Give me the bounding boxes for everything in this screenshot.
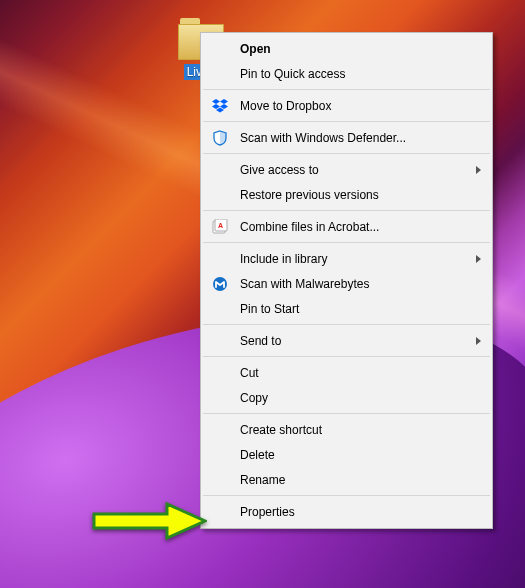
menu-include-in-library[interactable]: Include in library	[202, 246, 491, 271]
menu-cut[interactable]: Cut	[202, 360, 491, 385]
menu-copy[interactable]: Copy	[202, 385, 491, 410]
chevron-right-icon	[476, 337, 481, 345]
menu-pin-quick-access[interactable]: Pin to Quick access	[202, 61, 491, 86]
malwarebytes-icon	[212, 276, 228, 292]
menu-item-label: Open	[240, 42, 271, 56]
menu-scan-defender[interactable]: Scan with Windows Defender...	[202, 125, 491, 150]
menu-properties[interactable]: Properties	[202, 499, 491, 525]
svg-marker-0	[212, 99, 220, 104]
menu-item-label: Send to	[240, 334, 281, 348]
menu-item-label: Move to Dropbox	[240, 99, 331, 113]
context-menu: Open Pin to Quick access Move to Dropbox…	[200, 32, 493, 529]
arrow-icon	[94, 504, 205, 538]
menu-item-label: Give access to	[240, 163, 319, 177]
menu-item-label: Rename	[240, 473, 285, 487]
menu-delete[interactable]: Delete	[202, 442, 491, 467]
acrobat-icon: A	[212, 219, 228, 235]
menu-item-label: Include in library	[240, 252, 327, 266]
menu-separator	[203, 495, 490, 496]
svg-text:A: A	[218, 222, 223, 229]
dropbox-icon	[212, 98, 228, 114]
menu-separator	[203, 89, 490, 90]
menu-scan-malwarebytes[interactable]: Scan with Malwarebytes	[202, 271, 491, 296]
menu-item-label: Cut	[240, 366, 259, 380]
menu-item-label: Properties	[240, 505, 295, 519]
menu-item-label: Combine files in Acrobat...	[240, 220, 379, 234]
menu-restore-previous-versions[interactable]: Restore previous versions	[202, 182, 491, 207]
menu-item-label: Copy	[240, 391, 268, 405]
menu-item-label: Scan with Windows Defender...	[240, 131, 406, 145]
menu-separator	[203, 324, 490, 325]
menu-pin-to-start[interactable]: Pin to Start	[202, 296, 491, 321]
menu-separator	[203, 210, 490, 211]
chevron-right-icon	[476, 166, 481, 174]
menu-item-label: Delete	[240, 448, 275, 462]
menu-combine-acrobat[interactable]: A Combine files in Acrobat...	[202, 214, 491, 239]
menu-move-to-dropbox[interactable]: Move to Dropbox	[202, 93, 491, 118]
menu-item-label: Create shortcut	[240, 423, 322, 437]
menu-item-label: Pin to Quick access	[240, 67, 345, 81]
svg-marker-1	[220, 99, 228, 104]
menu-open[interactable]: Open	[202, 36, 491, 61]
menu-give-access-to[interactable]: Give access to	[202, 157, 491, 182]
callout-arrow	[92, 502, 207, 540]
menu-separator	[203, 153, 490, 154]
menu-separator	[203, 242, 490, 243]
menu-item-label: Pin to Start	[240, 302, 299, 316]
chevron-right-icon	[476, 255, 481, 263]
menu-separator	[203, 413, 490, 414]
windows-defender-icon	[212, 130, 228, 146]
menu-item-label: Scan with Malwarebytes	[240, 277, 369, 291]
menu-separator	[203, 356, 490, 357]
menu-send-to[interactable]: Send to	[202, 328, 491, 353]
menu-separator	[203, 121, 490, 122]
menu-item-label: Restore previous versions	[240, 188, 379, 202]
menu-create-shortcut[interactable]: Create shortcut	[202, 417, 491, 442]
menu-rename[interactable]: Rename	[202, 467, 491, 492]
